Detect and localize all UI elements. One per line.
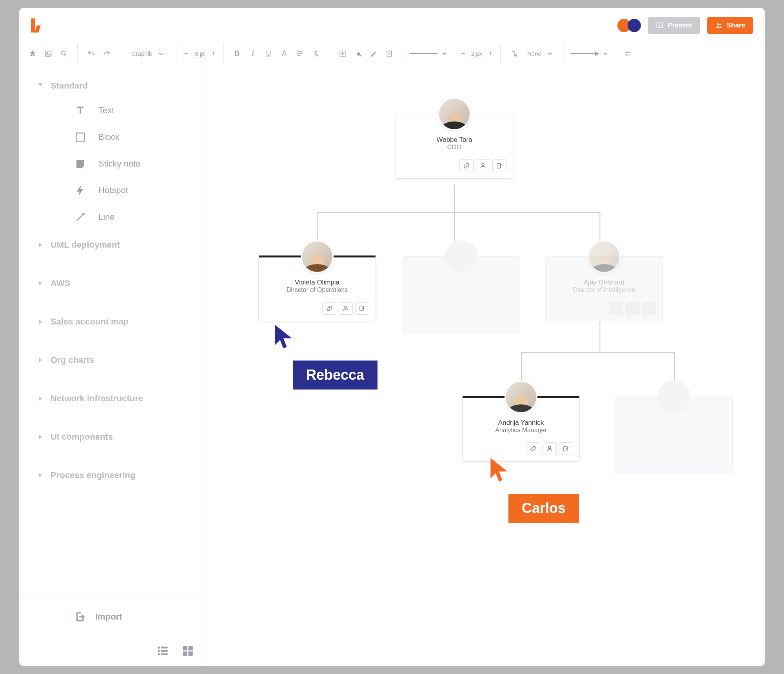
italic-button[interactable]: I — [246, 47, 260, 61]
pencil-icon — [370, 50, 378, 58]
chevron-down-icon — [158, 51, 163, 56]
insert-image-button[interactable] — [41, 47, 55, 61]
main-area: Standard Text Block Sticky note — [19, 64, 765, 666]
lightning-icon — [74, 184, 87, 197]
share-button-label: Share — [727, 22, 745, 29]
svg-point-4 — [47, 52, 48, 53]
node-person-button[interactable] — [339, 302, 353, 315]
avatar — [588, 240, 621, 273]
node-link-button[interactable] — [609, 302, 623, 315]
sidebar-scroll[interactable]: Standard Text Block Sticky note — [19, 64, 207, 598]
font-family-select[interactable]: Graphik — [127, 47, 170, 61]
font-size-increase[interactable]: + — [210, 49, 217, 58]
presence-avatars[interactable] — [617, 19, 641, 32]
node-person-button[interactable] — [626, 302, 640, 315]
font-size-value[interactable]: 8 pt — [192, 49, 208, 58]
swap-direction-button[interactable] — [621, 47, 635, 61]
org-node-right[interactable]: Ajay Gebhard Director of Intelligence — [545, 256, 663, 321]
org-node-root[interactable]: Wobbe Tora COO — [396, 114, 513, 179]
shape-item-hotspot[interactable]: Hotspot — [19, 177, 207, 204]
org-node-placeholder-grandchild[interactable] — [615, 397, 733, 474]
svg-point-36 — [548, 446, 551, 449]
sidebar-section-sales[interactable]: Sales account map — [19, 312, 207, 332]
text-color-button[interactable]: A — [277, 47, 291, 61]
shape-item-sticky[interactable]: Sticky note — [19, 150, 207, 177]
sidebar-section-standard[interactable]: Standard — [19, 76, 207, 96]
section-label: Standard — [51, 81, 88, 91]
sidebar-section-process[interactable]: Process engineering — [19, 466, 207, 485]
grid-view-button[interactable] — [181, 644, 194, 658]
node-edit-button[interactable] — [492, 159, 506, 172]
sidebar-section-network[interactable]: Network infrastructure — [19, 389, 207, 408]
line-style-select[interactable] — [410, 51, 446, 56]
share-button[interactable]: Share — [707, 17, 753, 34]
node-link-button[interactable] — [322, 302, 336, 315]
svg-rect-17 — [76, 133, 85, 141]
svg-rect-26 — [188, 646, 192, 650]
app-window: Present Share Graphik − — [19, 8, 765, 666]
svg-point-23 — [158, 653, 160, 655]
chevron-right-icon — [39, 473, 42, 478]
stroke-width-increase[interactable]: + — [487, 49, 494, 58]
sidebar-section-org[interactable]: Org charts — [19, 350, 207, 370]
node-edit-button[interactable] — [642, 302, 656, 315]
arrow-sample — [571, 53, 598, 54]
chevron-right-icon — [39, 396, 42, 401]
clear-format-icon — [312, 50, 319, 58]
node-person-button[interactable] — [543, 442, 557, 455]
import-button[interactable]: Import — [19, 598, 207, 635]
undo-button[interactable] — [84, 47, 98, 61]
font-size-decrease[interactable]: − — [183, 49, 190, 58]
extensions-button[interactable] — [25, 47, 40, 61]
node-link-button[interactable] — [526, 442, 540, 455]
section-label: UML deployment — [51, 240, 120, 250]
svg-point-19 — [158, 646, 160, 649]
clear-format-button[interactable] — [309, 47, 323, 61]
svg-rect-28 — [188, 651, 192, 656]
node-person-button[interactable] — [476, 159, 490, 172]
node-edit-button[interactable] — [559, 442, 573, 455]
text-align-button[interactable] — [293, 47, 307, 61]
present-button[interactable]: Present — [648, 17, 700, 34]
shape-item-text[interactable]: Text — [19, 97, 207, 124]
bold-button[interactable]: B — [230, 47, 244, 61]
align-icon — [296, 50, 304, 58]
org-node-grandchild[interactable]: Andrija Yannick Analytics Manager — [462, 397, 580, 462]
node-edit-button[interactable] — [355, 302, 369, 315]
org-node-left[interactable]: Violeta Olimpia Director of Operations — [258, 256, 376, 321]
bucket-icon — [354, 50, 362, 58]
canvas[interactable]: Wobbe Tora COO Violeta Olimpia Director … — [207, 64, 765, 666]
text-tool-icon — [74, 104, 87, 117]
eyedropper-button[interactable] — [367, 47, 381, 61]
section-label: Sales account map — [51, 317, 129, 327]
stroke-width-stepper[interactable]: − 2 px + — [459, 49, 494, 58]
presence-user-2[interactable] — [628, 19, 641, 32]
sidebar-section-aws[interactable]: AWS — [19, 274, 207, 293]
shape-fill-button[interactable] — [336, 47, 350, 61]
shape-item-block[interactable]: Block — [19, 124, 207, 150]
node-role: Director of Operations — [265, 286, 369, 294]
list-view-button[interactable] — [156, 644, 169, 658]
app-logo — [31, 18, 45, 33]
notes-toggle-button[interactable] — [383, 47, 397, 61]
stroke-width-decrease[interactable]: − — [459, 49, 466, 58]
node-link-button[interactable] — [459, 159, 474, 172]
stroke-width-value[interactable]: 2 px — [469, 49, 485, 58]
font-size-stepper[interactable]: − 8 pt + — [183, 49, 217, 58]
connector-routing-button[interactable] — [507, 47, 521, 61]
redo-button[interactable] — [100, 47, 114, 61]
cursor-label: Rebecca — [293, 361, 377, 390]
search-button[interactable] — [57, 47, 71, 61]
shape-item-line[interactable]: Line — [19, 204, 207, 230]
list-icon — [156, 644, 169, 658]
svg-line-6 — [65, 54, 67, 56]
sidebar-section-uml[interactable]: UML deployment — [19, 235, 207, 255]
font-family-value: Graphik — [131, 50, 152, 57]
paint-bucket-button[interactable] — [351, 47, 365, 61]
line-end-select[interactable]: None — [523, 47, 558, 61]
arrow-style-select[interactable] — [571, 51, 608, 56]
sidebar-section-ui[interactable]: UI components — [19, 427, 207, 447]
cursor-icon — [273, 323, 294, 350]
underline-button[interactable]: U — [261, 47, 276, 61]
org-node-placeholder-middle[interactable] — [403, 256, 520, 333]
